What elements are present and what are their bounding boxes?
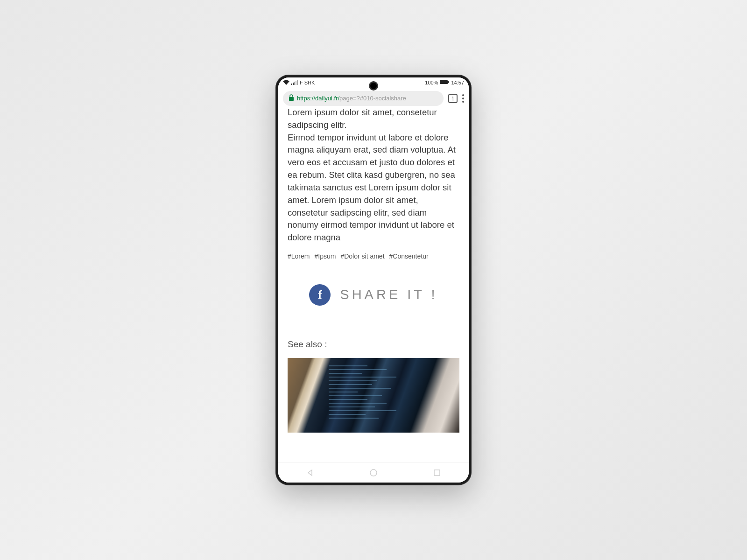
tag-ipsum[interactable]: #Ipsum: [314, 252, 336, 260]
tag-consentetur[interactable]: #Consentetur: [389, 252, 429, 260]
status-left: F SHK: [283, 80, 315, 86]
android-nav-bar: [278, 462, 469, 483]
lock-icon: [289, 94, 294, 102]
see-also-heading: See also :: [288, 339, 459, 350]
see-also-thumbnail[interactable]: [288, 358, 459, 433]
camera-notch: [369, 81, 378, 91]
svg-rect-0: [291, 84, 292, 85]
url-scheme: https://: [297, 95, 315, 102]
facebook-share-button[interactable]: f: [309, 284, 331, 306]
svg-rect-4: [297, 80, 298, 85]
page-content[interactable]: Lorem ipsum dolor sit amet, consetetur s…: [278, 109, 469, 462]
svg-rect-5: [440, 80, 448, 84]
article-body: Lorem ipsum dolor sit amet, consetetur s…: [288, 109, 459, 244]
carrier-label: F SHK: [300, 80, 315, 85]
svg-rect-6: [448, 81, 449, 83]
more-menu-button[interactable]: [462, 94, 464, 103]
wifi-icon: [283, 80, 289, 86]
back-button[interactable]: [305, 468, 315, 478]
phone-screen: F SHK 100% 14:57 https://dailyui.fr/page…: [278, 77, 469, 483]
url-bar[interactable]: https://dailyui.fr/page=?#010-socialshar…: [283, 91, 444, 106]
signal-icon: [291, 80, 298, 86]
phone-device-frame: F SHK 100% 14:57 https://dailyui.fr/page…: [275, 75, 472, 485]
battery-percent: 100%: [425, 80, 438, 85]
dot-icon: [462, 94, 464, 96]
svg-point-8: [370, 469, 377, 476]
svg-rect-7: [289, 97, 294, 101]
home-button[interactable]: [368, 468, 379, 478]
tag-dolor[interactable]: #Dolor sit amet: [340, 252, 384, 260]
browser-toolbar: https://dailyui.fr/page=?#010-socialshar…: [278, 88, 469, 109]
thumbnail-code-graphic: [329, 365, 425, 425]
status-right: 100% 14:57: [425, 80, 464, 85]
tag-list: #Lorem #Ipsum #Dolor sit amet #Consentet…: [288, 252, 459, 260]
svg-rect-9: [434, 470, 440, 476]
tabs-button[interactable]: 1: [448, 94, 458, 103]
article-line1: Lorem ipsum dolor sit amet, consetetur s…: [288, 109, 437, 130]
share-label: SHARE IT !: [340, 287, 437, 302]
tag-lorem[interactable]: #Lorem: [288, 252, 310, 260]
clock: 14:57: [451, 80, 464, 85]
svg-rect-1: [293, 83, 294, 85]
dot-icon: [462, 101, 464, 103]
article-line2: Eirmod tempor invidunt ut labore et dolo…: [288, 133, 456, 243]
recents-button[interactable]: [432, 468, 442, 478]
svg-rect-3: [296, 81, 296, 85]
share-section: f SHARE IT !: [288, 284, 459, 306]
url-domain: dailyui.fr/: [315, 95, 339, 102]
tab-count: 1: [451, 96, 454, 101]
dot-icon: [462, 98, 464, 99]
facebook-icon: f: [318, 288, 322, 302]
svg-rect-2: [294, 82, 295, 85]
url-path: page=?#010-socialshare: [339, 95, 406, 102]
battery-icon: [440, 80, 449, 85]
